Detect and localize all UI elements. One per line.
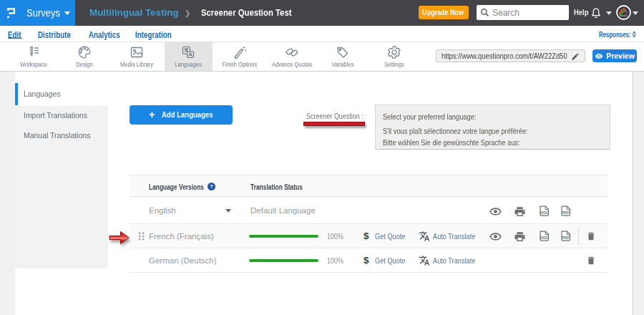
svg-text:DOC: DOC xyxy=(540,210,549,215)
svg-text:PDF: PDF xyxy=(562,210,570,215)
svg-text:?: ? xyxy=(210,183,213,190)
svg-text:DOC: DOC xyxy=(540,236,549,240)
svg-text:PDF: PDF xyxy=(562,236,570,240)
